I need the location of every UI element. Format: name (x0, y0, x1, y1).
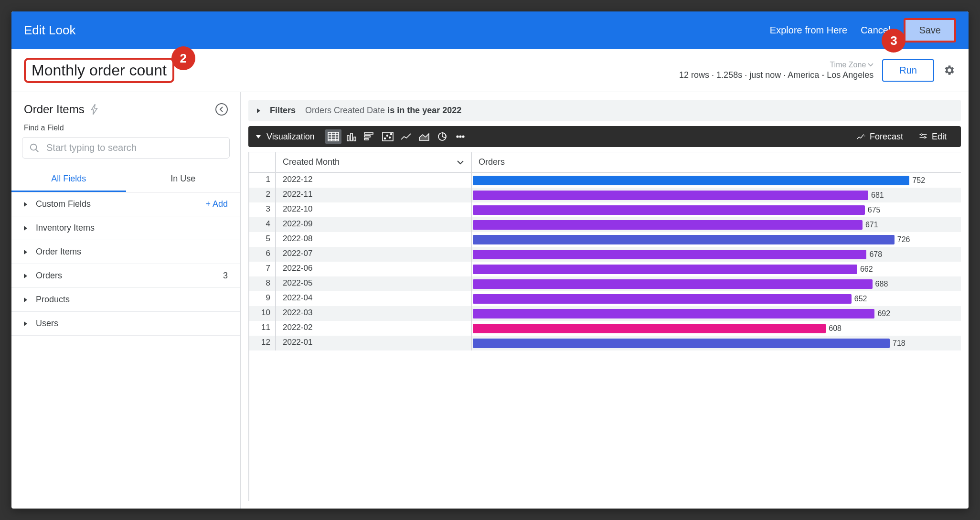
cell-orders: 652 (471, 291, 961, 306)
cell-orders: 692 (471, 306, 961, 321)
svg-rect-13 (364, 138, 368, 140)
visualization-bar: Visualization Forecast Edit (248, 126, 961, 147)
orders-value: 688 (875, 280, 888, 288)
chevron-left-icon (219, 106, 224, 112)
orders-value: 662 (860, 265, 873, 274)
cell-month: 2022-05 (275, 276, 471, 291)
topbar: Edit Look Explore from Here Cancel Save … (11, 11, 969, 49)
filters-label: Filters (270, 106, 296, 116)
field-search-input[interactable] (46, 142, 223, 153)
cell-month: 2022-08 (275, 232, 471, 247)
collapse-sidebar-button[interactable] (215, 103, 228, 116)
viz-type-scatter[interactable] (380, 129, 396, 144)
orders-bar (473, 265, 857, 274)
caret-right-icon (24, 250, 27, 255)
svg-point-25 (921, 134, 922, 135)
svg-rect-9 (351, 133, 352, 141)
timezone-dropdown[interactable]: Time Zone (830, 61, 873, 69)
viz-type-area[interactable] (416, 129, 432, 144)
orders-value: 718 (893, 339, 905, 348)
viz-type-bar[interactable] (362, 129, 378, 144)
query-stats: 12 rows · 1.258s · just now · America - … (679, 70, 873, 80)
gear-icon (943, 64, 955, 76)
viz-edit-label: Edit (932, 132, 947, 142)
viz-type-line[interactable] (398, 129, 414, 144)
look-title-input[interactable]: Monthly order count (24, 58, 174, 83)
svg-point-17 (389, 137, 390, 138)
table-header: Created Month Orders (249, 152, 961, 173)
svg-point-0 (31, 144, 37, 150)
orders-value: 671 (865, 221, 878, 229)
title-row-right: Time Zone 12 rows · 1.258s · just now · … (679, 59, 956, 82)
svg-point-22 (462, 136, 464, 138)
search-icon (29, 143, 40, 153)
filters-bar[interactable]: Filters Orders Created Date is in the ye… (248, 100, 961, 121)
field-group-name: Order Items (36, 247, 228, 257)
settings-button[interactable] (943, 64, 956, 77)
table-row: 32022-10675 (249, 202, 961, 217)
cell-month: 2022-12 (275, 173, 471, 188)
callout-2: 2 (171, 46, 195, 70)
field-group[interactable]: Inventory Items (11, 216, 240, 240)
cell-month: 2022-06 (275, 262, 471, 276)
svg-rect-12 (364, 136, 370, 137)
col-orders-header[interactable]: Orders (471, 152, 961, 172)
row-index: 4 (249, 217, 275, 232)
viz-type-pie[interactable] (434, 129, 450, 144)
add-custom-field-button[interactable]: +Add (205, 199, 228, 209)
viz-type-more[interactable] (452, 129, 469, 144)
cell-month: 2022-10 (275, 202, 471, 217)
viz-edit-button[interactable]: Edit (912, 132, 953, 142)
caret-down-icon (256, 135, 261, 138)
cell-orders: 675 (471, 202, 961, 217)
tab-in-use[interactable]: In Use (126, 167, 241, 192)
orders-value: 726 (897, 235, 910, 244)
explore-from-here-link[interactable]: Explore from Here (770, 25, 847, 36)
orders-bar (473, 294, 852, 304)
title-row: Monthly order count 2 Time Zone 12 rows … (11, 49, 969, 92)
field-group[interactable]: Custom Fields+Add (11, 192, 240, 216)
viz-type-table[interactable] (325, 129, 341, 144)
explore-name: Order Items (24, 103, 85, 116)
field-search[interactable] (22, 137, 230, 159)
plus-icon: + (205, 199, 211, 209)
col-month-header[interactable]: Created Month (275, 152, 471, 172)
cell-orders: 671 (471, 217, 961, 232)
field-group[interactable]: Orders3 (11, 264, 240, 288)
field-group-name: Users (36, 318, 228, 329)
field-group-count: 3 (223, 271, 228, 281)
orders-value: 752 (912, 176, 925, 185)
forecast-button[interactable]: Forecast (850, 132, 910, 142)
tab-all-fields[interactable]: All Fields (11, 167, 126, 192)
row-index: 12 (249, 336, 275, 350)
look-title-wrap: Monthly order count 2 (24, 58, 174, 83)
orders-bar (473, 205, 865, 215)
content-panel: Filters Orders Created Date is in the ye… (241, 92, 969, 509)
svg-point-18 (390, 134, 392, 135)
find-field-label: Find a Field (11, 121, 240, 135)
forecast-label: Forecast (870, 132, 903, 142)
orders-bar (473, 324, 826, 333)
svg-point-20 (457, 136, 458, 138)
row-index: 6 (249, 247, 275, 262)
cell-month: 2022-02 (275, 321, 471, 336)
viz-type-column[interactable] (343, 129, 360, 144)
field-group[interactable]: Products (11, 288, 240, 312)
orders-bar (473, 235, 895, 244)
field-group[interactable]: Order Items (11, 240, 240, 264)
save-button-wrap: Save 3 (904, 18, 956, 42)
cell-orders: 681 (471, 188, 961, 202)
run-button[interactable]: Run (882, 59, 934, 82)
row-index: 2 (249, 188, 275, 202)
svg-point-15 (384, 138, 385, 139)
save-button[interactable]: Save (904, 18, 956, 42)
field-group-list: Custom Fields+AddInventory ItemsOrder It… (11, 192, 240, 509)
orders-value: 678 (869, 250, 882, 259)
field-group[interactable]: Users (11, 312, 240, 336)
topbar-actions: Explore from Here Cancel Save 3 (770, 18, 956, 42)
row-index: 3 (249, 202, 275, 217)
table-row: 112022-02608 (249, 321, 961, 336)
svg-point-26 (924, 137, 926, 138)
table-row: 62022-07678 (249, 247, 961, 262)
field-group-name: Orders (36, 271, 223, 281)
